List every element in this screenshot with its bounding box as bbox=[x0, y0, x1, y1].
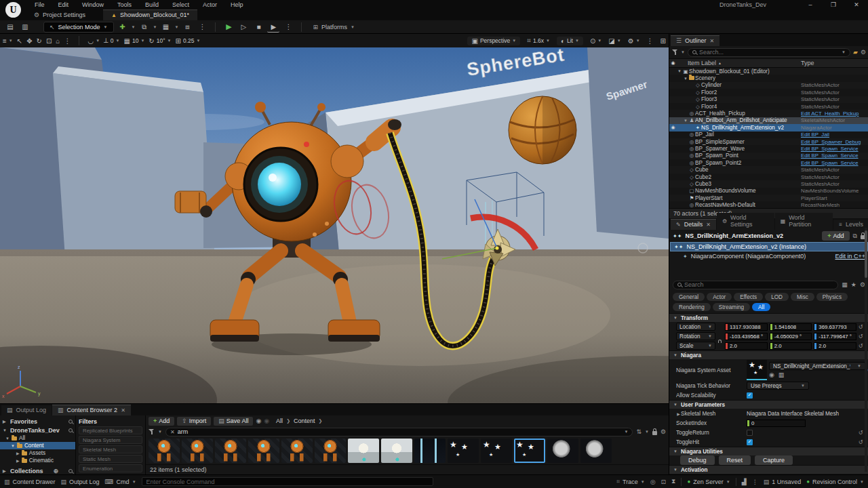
cmd-dropdown[interactable]: ⌨ Cmd ▼ bbox=[105, 479, 136, 485]
menu-window[interactable]: Window bbox=[76, 1, 110, 9]
zen-server-dropdown[interactable]: ● Zen Server ▼ bbox=[687, 479, 730, 485]
asset-thumbnail-sphere[interactable] bbox=[580, 439, 612, 463]
play-button[interactable]: ▶ bbox=[222, 22, 235, 33]
section-niagara-utilities[interactable]: ▼Niagara Utilities bbox=[669, 447, 868, 455]
reset-icon[interactable]: ↺ bbox=[856, 430, 865, 436]
asset-thumbnail-robot[interactable] bbox=[149, 439, 180, 463]
tab-outliner[interactable]: ☰ Outliner ✕ bbox=[671, 35, 719, 46]
tab-world-partition[interactable]: ▦World Partition bbox=[775, 213, 833, 230]
maximize-button[interactable]: ❐ bbox=[822, 0, 845, 9]
view-mode-dropdown[interactable]: ◐ Lit▼ bbox=[557, 37, 583, 45]
add-collection-icon[interactable]: ⊕ bbox=[53, 468, 58, 474]
z-value-input[interactable]: 2.0 bbox=[814, 342, 856, 350]
allow-scalability-checkbox[interactable]: ✓ bbox=[747, 392, 753, 399]
outliner-row[interactable]: ◎ACT_Health_PickupEdit ACT_Health_Pickup bbox=[669, 110, 868, 117]
filter-icon[interactable] bbox=[672, 49, 678, 55]
close-icon[interactable]: ✕ bbox=[710, 38, 715, 44]
blueprint-icon[interactable]: ⧉ bbox=[853, 232, 857, 240]
outliner-row[interactable]: ◇Floor2StaticMeshActor bbox=[669, 89, 868, 96]
outliner-search-input[interactable]: Search... ▼ bbox=[688, 48, 850, 57]
unsaved-button[interactable]: ▤ 1 Unsaved bbox=[764, 479, 802, 485]
tool-options-icon[interactable]: ⋮ bbox=[64, 37, 71, 45]
project-settings-button[interactable]: ⚙ Project Settings bbox=[28, 10, 91, 20]
viewport[interactable]: ≡▼ ↖ ✥ ↻ ⊡ ⌂ ⋮ ◡▼ ⟂ 0▼ ▦ 10▼ ↻ 10°▼ ⊞ 0.… bbox=[0, 34, 669, 403]
show-flags-icon[interactable]: ⊙▼ bbox=[590, 37, 601, 45]
filter-niagara-system[interactable]: Niagara System bbox=[79, 436, 142, 444]
notifications-icon[interactable]: ⋮ bbox=[752, 479, 758, 485]
console-input[interactable]: Enter Console Command bbox=[142, 477, 433, 486]
close-icon[interactable]: ✕ bbox=[706, 222, 711, 228]
tab-output-log[interactable]: ▤ Output Log bbox=[1, 405, 52, 415]
settings-gear-icon[interactable]: ⚙ bbox=[660, 428, 666, 435]
sequencer-icon[interactable]: ⧈ bbox=[181, 22, 193, 33]
asset-thumbnail-stars[interactable]: ★★★ bbox=[514, 439, 545, 463]
z-value-input[interactable]: 369.637793 bbox=[814, 323, 856, 331]
tab-levels[interactable]: ≡Levels bbox=[833, 220, 868, 230]
outliner-column-header[interactable]: ◉ Item Label▲ Type bbox=[669, 58, 868, 68]
section-activation[interactable]: ▼Activation bbox=[669, 465, 868, 474]
add-actor-icon[interactable]: ✚ bbox=[117, 22, 129, 33]
niagara-asset-thumbnail[interactable]: ★ ★ ★ bbox=[747, 360, 767, 380]
outliner-row[interactable]: ◇CubeStaticMeshActor bbox=[669, 166, 868, 173]
tick-behavior-dropdown[interactable]: Use Prereqs▼ bbox=[747, 382, 809, 390]
location-dropdown[interactable]: Location▼ bbox=[676, 323, 715, 331]
outliner-row[interactable]: ◇CylinderStaticMeshActor bbox=[669, 82, 868, 89]
trace-dropdown[interactable]: ⌗ Trace ▼ bbox=[616, 478, 645, 485]
menu-select[interactable]: Select bbox=[166, 1, 195, 9]
outliner-row[interactable]: ◎RecastNavMesh-DefaultRecastNavMesh bbox=[669, 201, 868, 208]
settings-gear-icon[interactable]: ⚙ bbox=[861, 49, 866, 56]
save-icon[interactable]: ▤ bbox=[4, 22, 16, 33]
tab-details[interactable]: ✎Details✕ bbox=[671, 219, 716, 230]
scale-snap[interactable]: ⊞ 0.25▼ bbox=[176, 37, 201, 45]
close-icon[interactable]: ✕ bbox=[121, 407, 125, 413]
outliner-row[interactable]: ◎BP_JailEdit BP_Jail bbox=[669, 131, 868, 138]
reset-icon[interactable]: ↺ bbox=[856, 333, 865, 340]
asset-thumbnail-photo[interactable] bbox=[381, 439, 412, 463]
expander-icon[interactable]: ▼ bbox=[683, 119, 688, 123]
viewport-settings-icon[interactable]: ⚙▼ bbox=[628, 37, 640, 45]
tree-item-all[interactable]: ▼ All bbox=[0, 434, 75, 442]
selection-mode-dropdown[interactable]: ↖ Selection Mode ▼ bbox=[43, 22, 114, 33]
outliner-row[interactable]: ◇Floor4StaticMeshActor bbox=[669, 103, 868, 110]
edit-blueprint-link[interactable]: Edit BP_Spawner_Debug bbox=[801, 139, 868, 145]
category-all[interactable]: All bbox=[752, 303, 770, 311]
import-button[interactable]: ⇪Import bbox=[177, 417, 211, 426]
visibility-eye-icon[interactable]: ◉ bbox=[669, 125, 677, 130]
close-button[interactable]: ✕ bbox=[845, 0, 868, 9]
asset-thumbnail-sphere[interactable] bbox=[547, 439, 578, 463]
outliner-row[interactable]: ◎BP_Spawn_Point2Edit BP_Spawn_Service bbox=[669, 159, 868, 166]
outliner-row[interactable]: ▢NavMeshBoundsVolumeNavMeshBoundsVolume bbox=[669, 188, 868, 195]
edit-blueprint-link[interactable]: Edit BP_Spawn_Service bbox=[801, 160, 868, 166]
menu-build[interactable]: Build bbox=[139, 1, 165, 9]
menu-edit[interactable]: Edit bbox=[52, 1, 75, 9]
search-icon[interactable] bbox=[68, 420, 73, 424]
section-niagara[interactable]: ▼Niagara bbox=[669, 350, 868, 359]
performance-icon[interactable]: ◎ bbox=[650, 479, 656, 485]
section-transform[interactable]: ▼Transform bbox=[669, 313, 868, 322]
forward-icon[interactable]: ◉ bbox=[264, 418, 269, 424]
lock-icon[interactable] bbox=[652, 431, 657, 435]
menu-actor[interactable]: Actor bbox=[197, 1, 223, 9]
outliner-row[interactable]: ▼Scenery bbox=[669, 75, 868, 81]
output-log-button[interactable]: ▤ Output Log bbox=[61, 479, 100, 485]
editor-modes-icon[interactable]: ◪▼ bbox=[608, 37, 620, 45]
edit-blueprint-link[interactable]: Edit BP_Spawn_Service bbox=[801, 146, 868, 152]
stop-button[interactable]: ■ bbox=[252, 22, 264, 33]
asset-search-input[interactable]: ✕ arm ▼ bbox=[165, 428, 633, 436]
use-selected-icon[interactable]: ◉ bbox=[769, 371, 774, 378]
platforms-dropdown[interactable]: ⊞ Platforms ▼ bbox=[309, 24, 359, 30]
details-search-input[interactable]: Search bbox=[673, 281, 838, 289]
details-scrollbar[interactable] bbox=[865, 228, 867, 472]
grid-snap[interactable]: ▦ 10▼ bbox=[123, 37, 144, 45]
asset-thumbnail-robot[interactable] bbox=[315, 439, 346, 463]
outliner-row[interactable]: ◎BP_Spawn_PointEdit BP_Spawn_Service bbox=[669, 152, 868, 159]
hourglass-icon[interactable]: ⧗ bbox=[671, 478, 675, 485]
x-value-input[interactable]: 2.0 bbox=[725, 342, 768, 350]
save-all-button[interactable]: ▤Save All bbox=[214, 417, 253, 426]
edit-in-cpp-link[interactable]: Edit in C++ bbox=[835, 253, 865, 260]
frame-skip-button[interactable]: ▷ bbox=[237, 22, 250, 33]
y-value-input[interactable]: 1.541608 bbox=[770, 323, 812, 331]
toggle-hit-checkbox[interactable]: ✓ bbox=[747, 439, 753, 445]
scale-dropdown[interactable]: Scale▼ bbox=[676, 342, 715, 350]
rotation-dropdown[interactable]: Rotation▼ bbox=[676, 332, 715, 340]
